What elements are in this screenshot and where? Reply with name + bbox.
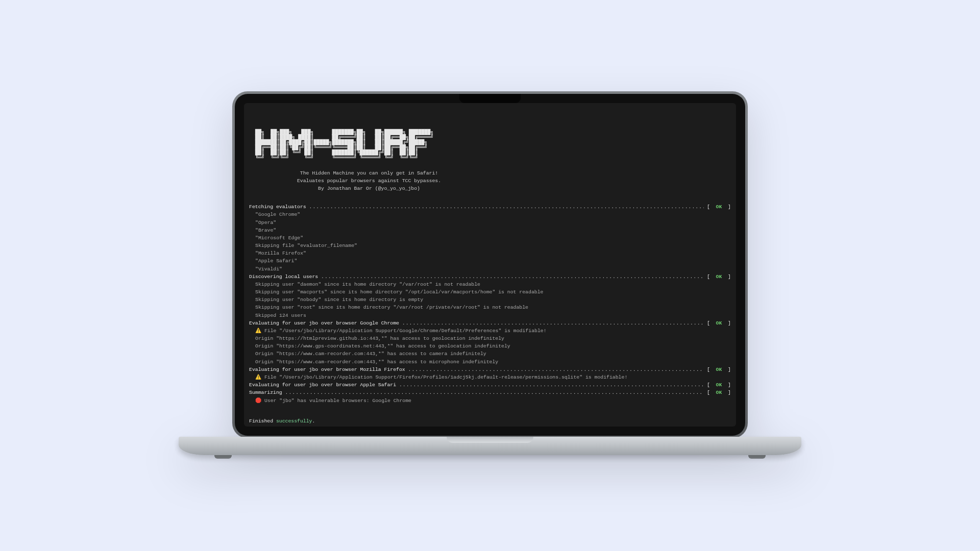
subtitle-line-1: The Hidden Machine you can only get in S… [300, 170, 438, 176]
output-line: Origin "https://www.gps-coordinates.net:… [249, 342, 731, 350]
status-line-result: [ OK ] [704, 389, 731, 396]
output-line: "Apple Safari" [249, 257, 731, 265]
warning-icon: ⚠️ [255, 374, 264, 380]
status-line-label: Evaluating for user jbo over browser App… [249, 381, 399, 389]
screen-bezel: ██╗ ██╗███╗ ███╗ ███████╗██╗ ██╗██████╗ … [235, 94, 745, 436]
subtitle-line-3: By Jonathan Bar Or (@yo_yo_yo_jbo) [318, 186, 420, 191]
output-line: Skipping user "macports" since its home … [249, 288, 731, 296]
finished-word: successfully [276, 418, 312, 424]
laptop-foot-right [748, 455, 766, 459]
laptop-base [179, 437, 801, 455]
page-background: ██╗ ██╗███╗ ███╗ ███████╗██╗ ██╗██████╗ … [0, 0, 980, 551]
status-line-result: [ OK ] [704, 319, 731, 327]
output-line: "Vivaldi" [249, 265, 731, 273]
output-line: "Microsoft Edge" [249, 234, 731, 242]
output-line: Origin "https://www.cam-recorder.com:443… [249, 358, 731, 366]
warning-icon: ⚠️ [255, 328, 264, 334]
status-line-label: Evaluating for user jbo over browser Goo… [249, 319, 402, 327]
output-text: File "/Users/jbo/Library/Application Sup… [264, 374, 627, 380]
laptop-feet [214, 455, 766, 460]
status-line-label: Fetching evaluators [249, 203, 309, 211]
stop-icon: 🛑 [255, 398, 264, 404]
ascii-logo: ██╗ ██╗███╗ ███╗ ███████╗██╗ ██╗██████╗ … [249, 130, 731, 160]
output-text: File "/Users/jbo/Library/Application Sup… [264, 328, 547, 334]
status-line-label: Discovering local users [249, 273, 321, 281]
finished-suffix: . [312, 418, 315, 424]
status-line: Evaluating for user jbo over browser App… [249, 381, 731, 389]
output-line: "Brave" [249, 227, 731, 234]
output-text: Origin "https://htmlpreview.github.io:44… [255, 336, 504, 341]
output-line: "Mozilla Firefox" [249, 249, 731, 257]
status-line-dots: ........................................… [285, 389, 704, 396]
status-line: Evaluating for user jbo over browser Goo… [249, 319, 731, 327]
laptop-foot-left [214, 455, 232, 459]
output-text: Origin "https://www.gps-coordinates.net:… [255, 343, 510, 349]
subtitle-line-2: Evaluates popular browsers against TCC b… [297, 178, 441, 184]
status-line-result: [ OK ] [704, 203, 731, 211]
output-line: ⚠️ File "/Users/jbo/Library/Application … [249, 327, 731, 335]
camera-notch [459, 94, 521, 103]
status-line: Summarizing ............................… [249, 389, 731, 396]
terminal-screen: ██╗ ██╗███╗ ███╗ ███████╗██╗ ██╗██████╗ … [244, 103, 736, 427]
subtitle-block: The Hidden Machine you can only get in S… [249, 169, 489, 193]
output-line: Skipping user "daemon" since its home di… [249, 281, 731, 288]
output-line: Skipping user "root" since its home dire… [249, 304, 731, 311]
status-line-result: [ OK ] [704, 366, 731, 373]
status-line-dots: ........................................… [399, 381, 704, 389]
status-line-dots: ........................................… [309, 203, 704, 211]
status-line-dots: ........................................… [408, 366, 704, 373]
terminal-body: Fetching evaluators ....................… [249, 203, 731, 404]
status-line-label: Evaluating for user jbo over browser Moz… [249, 366, 408, 373]
output-line: "Opera" [249, 219, 731, 227]
output-line: ⚠️ File "/Users/jbo/Library/Application … [249, 373, 731, 381]
status-line: Fetching evaluators ....................… [249, 203, 731, 211]
status-line: Discovering local users ................… [249, 273, 731, 281]
output-text: Origin "https://www.cam-recorder.com:443… [255, 359, 498, 365]
status-line: Evaluating for user jbo over browser Moz… [249, 366, 731, 373]
finished-line: Finished successfully. [249, 417, 731, 425]
laptop-hinge-cutout [447, 437, 533, 443]
output-line: Origin "https://www.cam-recorder.com:443… [249, 350, 731, 358]
output-text: Origin "https://www.cam-recorder.com:443… [255, 351, 486, 357]
output-line: Origin "https://htmlpreview.github.io:44… [249, 335, 731, 342]
laptop-lid: ██╗ ██╗███╗ ███╗ ███████╗██╗ ██╗██████╗ … [232, 91, 748, 438]
status-line-label: Summarizing [249, 389, 285, 396]
output-line: Skipping user "nobody" since its home di… [249, 296, 731, 304]
output-line: Skipped 124 users [249, 312, 731, 319]
status-line-dots: ........................................… [402, 319, 704, 327]
laptop-mockup: ██╗ ██╗███╗ ███╗ ███████╗██╗ ██╗██████╗ … [179, 91, 801, 460]
finished-prefix: Finished [249, 418, 276, 424]
output-line: Skipping file "evaluator_filename" [249, 242, 731, 249]
status-line-result: [ OK ] [704, 273, 731, 281]
output-text: User "jbo" has vulnerable browsers: Goog… [264, 398, 411, 404]
status-line-result: [ OK ] [704, 381, 731, 389]
output-line: "Google Chrome" [249, 211, 731, 218]
output-line: 🛑 User "jbo" has vulnerable browsers: Go… [249, 397, 731, 405]
status-line-dots: ........................................… [321, 273, 704, 281]
